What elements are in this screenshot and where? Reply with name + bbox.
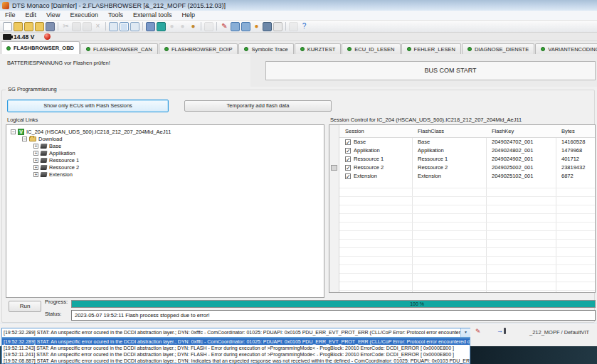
tree-item-root[interactable]: −VIC_204 (HSCAN_UDS_500).IC218_212_207_2… — [6, 128, 324, 135]
show-only-ecus-button[interactable]: Show only ECUs with Flash Sessions — [7, 100, 169, 112]
layout-left-icon[interactable] — [109, 22, 118, 31]
tree-item-ressource-2[interactable]: +Ressource 2 — [6, 164, 324, 171]
log-combo-box[interactable]: [19:52:32.289] STAT: An unspecific error… — [1, 328, 470, 338]
vit-icon: V — [18, 129, 24, 135]
connector-icon[interactable] — [146, 22, 155, 31]
cell-bytes: 401712 — [556, 156, 596, 162]
open-folder-icon[interactable] — [14, 22, 23, 31]
title-bar[interactable]: DTS Monaco [Daimler] - 2.FLASHBROWSER [&… — [0, 0, 597, 11]
session-name: Ressource 2 — [354, 164, 384, 171]
menu-execution[interactable]: Execution — [65, 11, 103, 20]
menu-edit[interactable]: Edit — [21, 11, 42, 20]
flash-session-icon — [41, 172, 48, 177]
tab-diagnose-dienste[interactable]: DIAGNOSE_DIENSTE — [462, 43, 534, 54]
open-file-icon[interactable] — [24, 22, 33, 31]
report-icon[interactable] — [273, 22, 282, 31]
column-header-flashkey[interactable]: FlashKey — [486, 128, 556, 134]
network-monitor-icon[interactable] — [241, 22, 250, 31]
table-row[interactable]: ✓BaseBase2049024702_00114160528 — [339, 137, 595, 146]
table-row[interactable]: ✓ApplikationApplikation2049024802_001147… — [339, 146, 595, 154]
tree-item-label: Extension — [49, 171, 73, 178]
layout-grid-icon[interactable] — [130, 22, 139, 31]
tree-item-download[interactable]: −Download — [6, 135, 324, 142]
tree-expander-icon[interactable]: + — [33, 165, 38, 170]
checkbox-icon[interactable]: ✓ — [345, 156, 351, 162]
tab-kurztest[interactable]: KURZTEST — [295, 43, 342, 54]
tab-ecu-id-lesen[interactable]: ECU_ID_LESEN — [342, 43, 400, 54]
tree-expander-icon[interactable]: + — [33, 158, 38, 163]
temporarily-add-flash-data-button[interactable]: Temporarily add flash data — [184, 100, 332, 112]
cell-flashclass: Ressource 1 — [412, 156, 486, 162]
import-folder-icon[interactable] — [35, 22, 44, 31]
tree-item-base[interactable]: +Base — [6, 142, 324, 149]
flash-session-icon — [41, 144, 48, 149]
log-item[interactable]: [19:52:08.887] STAT: An unspecific error… — [2, 358, 470, 364]
menu-tools[interactable]: Tools — [103, 11, 128, 20]
checkbox-icon[interactable]: ✓ — [345, 173, 351, 179]
log-dropdown-list[interactable]: [19:52:32.289] STAT: An unspecific error… — [1, 338, 470, 364]
table-row[interactable]: ✓ExtensionExtension2049025102_0016872 — [339, 171, 595, 180]
tab-fehler-lesen[interactable]: FEHLER_LESEN — [401, 43, 461, 54]
tree-item-applikation[interactable]: +Applikation — [6, 149, 324, 156]
trace-pen-icon[interactable]: ✎ — [220, 22, 229, 31]
menu-file[interactable]: File — [0, 11, 21, 20]
log-item[interactable]: [19:52:11.243] STAT: An unspecific error… — [2, 345, 470, 351]
tree-item-label: IC_204 (HSCAN_UDS_500).IC218_212_207_204… — [26, 129, 171, 135]
table-row[interactable]: ✓Ressource 2Ressource 22049025002_001238… — [339, 163, 595, 171]
combo-dropdown-arrow-icon[interactable]: ▼ — [460, 328, 470, 337]
cell-flashkey: 2049024902_001 — [486, 156, 556, 162]
tree-expander-icon[interactable]: + — [33, 172, 38, 177]
tab-flashbrowser-can[interactable]: FLASHBROWSER_CAN — [80, 43, 158, 54]
run-button[interactable]: Run — [9, 301, 41, 312]
tree-item-extension[interactable]: +Extension — [6, 171, 324, 178]
tree-expander-icon[interactable]: + — [33, 144, 38, 149]
stop-icon[interactable] — [157, 22, 166, 31]
tab-status-dot-icon — [407, 47, 411, 51]
menu-help[interactable]: Help — [176, 11, 200, 20]
reload-icon[interactable]: ● — [189, 22, 198, 31]
user-icon[interactable] — [263, 22, 272, 31]
logical-links-tree[interactable]: −VIC_204 (HSCAN_UDS_500).IC218_212_207_2… — [6, 124, 324, 298]
session-control-table[interactable]: SessionFlashClassFlashKeyBytes ✓BaseBase… — [329, 124, 596, 293]
log-item[interactable]: [19:52:32.289] STAT: An unspecific error… — [2, 338, 470, 345]
tree-expander-icon[interactable]: + — [33, 151, 38, 156]
cell-flashclass: Ressource 2 — [412, 164, 486, 171]
tab-flashbrowser-doip[interactable]: FLASHBROWSER_DOIP — [159, 43, 238, 54]
help-icon[interactable]: ? — [300, 22, 309, 31]
clear-log-pen-icon[interactable]: ✎ — [475, 328, 481, 335]
toolbar-separator — [201, 22, 201, 31]
empty-grid-rows — [339, 180, 595, 292]
save-icon[interactable] — [46, 22, 55, 31]
exit-icon[interactable] — [497, 328, 506, 335]
layout-split-icon[interactable] — [120, 22, 129, 31]
status-text-field: 2023-05-07 19:52:11 Flash process stoppe… — [71, 310, 596, 321]
project-label: _212_MOPF / DefaultVIT — [529, 329, 589, 336]
table-row[interactable]: ✓Ressource 1Ressource 12049024902_001401… — [339, 154, 595, 163]
session-name: Applikation — [354, 147, 380, 154]
new-file-icon[interactable] — [3, 22, 12, 31]
tree-expander-icon[interactable]: − — [11, 129, 16, 134]
ecu-monitor-icon[interactable] — [231, 22, 240, 31]
checkbox-icon[interactable]: ✓ — [345, 165, 351, 171]
bus-com-start-button[interactable]: BUS COM START — [265, 61, 596, 80]
tree-item-ressource-1[interactable]: +Ressource 1 — [6, 156, 324, 164]
column-header-session[interactable]: Session — [339, 128, 412, 134]
toolbar-separator — [105, 22, 106, 31]
cut-icon: ✂ — [61, 22, 70, 31]
gear-icon[interactable]: ● — [252, 22, 261, 31]
tab-variantencoding[interactable]: VARIANTENCODING — [535, 43, 597, 54]
tree-expander-icon[interactable]: − — [22, 136, 27, 141]
checkbox-icon[interactable]: ✓ — [345, 139, 351, 145]
column-header-flashclass[interactable]: FlashClass — [412, 128, 486, 134]
menu-external-tools[interactable]: External tools — [128, 11, 177, 20]
menu-view[interactable]: View — [41, 11, 65, 20]
tab-symbolic-trace[interactable]: Symbolic Trace — [238, 43, 293, 54]
cell-flashclass: Base — [412, 139, 486, 145]
checkbox-icon[interactable]: ✓ — [345, 148, 351, 154]
column-header-bytes[interactable]: Bytes — [556, 128, 596, 134]
toolbar-main: ✂×●●●✎●? — [0, 21, 597, 33]
connection-status-icon[interactable] — [44, 33, 51, 40]
tab-status-dot-icon — [244, 47, 248, 51]
tab-flashbrowser-obd[interactable]: FLASHBROWSER_OBD — [1, 41, 80, 54]
log-item[interactable]: [19:52:11.241] STAT: An unspecific error… — [2, 351, 470, 358]
